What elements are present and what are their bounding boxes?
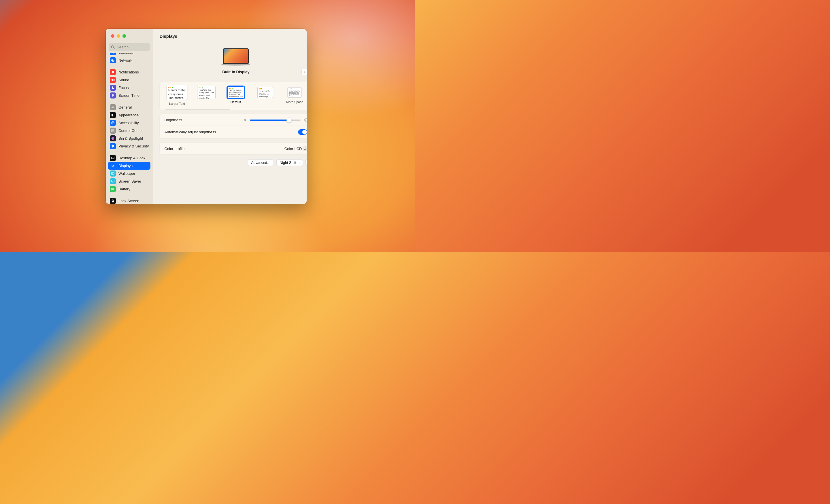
accessibility-icon — [110, 120, 116, 126]
svg-point-12 — [111, 137, 115, 140]
screentime-icon — [110, 93, 116, 99]
resolution-thumb: Here's to the crazy ones. The misfits. T… — [197, 86, 216, 99]
network-icon — [110, 57, 116, 63]
brightness-row: Brightness — [160, 114, 307, 126]
sidebar-item-displays[interactable]: Displays — [108, 162, 151, 170]
svg-point-25 — [113, 173, 113, 173]
privacy-icon — [110, 143, 116, 149]
svg-line-23 — [114, 165, 114, 165]
svg-line-20 — [112, 165, 112, 165]
auto-brightness-row: Automatically adjust brightness — [160, 126, 307, 138]
search-field[interactable] — [109, 43, 150, 51]
svg-point-0 — [111, 46, 114, 48]
maximize-button[interactable] — [123, 34, 126, 38]
sidebar-item-focus[interactable]: Focus — [108, 84, 151, 92]
help-button[interactable]: ? — [306, 159, 307, 166]
resolution-option-larger[interactable]: Here's to the crazy ones. The misfits. T… — [165, 87, 189, 105]
sidebar-item-label: Wallpaper — [119, 171, 135, 176]
auto-brightness-toggle[interactable] — [298, 129, 307, 135]
color-profile-panel: Color profile Color LCD — [159, 142, 307, 155]
svg-line-1 — [114, 48, 115, 49]
close-button[interactable] — [111, 34, 115, 38]
controlcenter-icon — [110, 128, 116, 134]
resolution-option-r4[interactable]: Here's to the crazy ones. The misfits. T… — [253, 87, 277, 100]
screensaver-icon — [110, 178, 116, 184]
sidebar-item-controlcenter[interactable]: Control Center — [108, 127, 151, 134]
sidebar-item-label: Notifications — [119, 70, 139, 74]
sidebar: BluetoothNetworkNotificationsSoundFocusS… — [106, 29, 153, 204]
search-icon — [111, 45, 115, 49]
svg-rect-30 — [112, 201, 114, 202]
night-shift-button[interactable]: Night Shift… — [276, 159, 303, 166]
focus-icon — [110, 85, 116, 91]
sidebar-item-screensaver[interactable]: Screen Saver — [108, 177, 151, 185]
resolution-thumb: Here's to the crazy ones. The misfits. T… — [288, 87, 302, 98]
sidebar-item-label: Siri & Spotlight — [119, 136, 143, 140]
sidebar-item-lockscreen[interactable]: Lock Screen — [108, 197, 151, 204]
updown-icon — [303, 146, 307, 151]
sidebar-item-label: General — [119, 105, 132, 109]
svg-point-11 — [113, 131, 114, 131]
svg-line-48 — [306, 121, 307, 121]
sidebar-item-label: Desktop & Dock — [119, 156, 145, 160]
svg-line-38 — [244, 119, 245, 119]
sidebar-item-screentime[interactable]: Screen Time — [108, 92, 151, 99]
display-thumbnail[interactable] — [221, 48, 250, 66]
svg-rect-9 — [113, 130, 114, 131]
sidebar-item-label: Battery — [119, 187, 130, 191]
svg-line-50 — [306, 119, 307, 119]
sidebar-item-desktop[interactable]: Desktop & Dock — [108, 154, 151, 162]
color-profile-select[interactable]: Color LCD — [284, 146, 307, 151]
sidebar-item-appearance[interactable]: Appearance — [108, 111, 151, 119]
brightness-low-icon — [243, 118, 247, 122]
svg-rect-13 — [111, 157, 115, 159]
sidebar-item-general[interactable]: General — [108, 103, 151, 111]
sidebar-item-wallpaper[interactable]: Wallpaper — [108, 170, 151, 177]
content: Displays Built-in Display — [153, 29, 307, 204]
advanced-button[interactable]: Advanced… — [248, 159, 274, 166]
sidebar-item-battery[interactable]: Battery — [108, 185, 151, 193]
sidebar-item-label: Displays — [119, 164, 133, 168]
svg-point-3 — [113, 107, 114, 108]
brightness-slider[interactable] — [250, 120, 300, 121]
notifications-icon — [110, 69, 116, 75]
general-icon — [110, 104, 116, 110]
resolution-option-more[interactable]: Here's to the crazy ones. The misfits. T… — [282, 87, 307, 104]
sidebar-item-label: Accessibility — [119, 121, 139, 125]
add-display-button[interactable] — [301, 69, 307, 75]
displays-icon — [110, 163, 116, 169]
resolution-option-default[interactable]: Here's to the crazy ones. The misfits. T… — [224, 87, 248, 104]
color-profile-row: Color profile Color LCD — [160, 143, 307, 155]
lockscreen-icon — [110, 198, 116, 204]
svg-line-21 — [114, 166, 114, 167]
settings-window: BluetoothNetworkNotificationsSoundFocusS… — [106, 29, 307, 204]
svg-line-39 — [246, 121, 247, 121]
svg-line-41 — [246, 119, 247, 119]
sound-icon — [110, 77, 116, 83]
search-input[interactable] — [109, 43, 150, 51]
sidebar-item-label: Lock Screen — [119, 199, 139, 203]
sidebar-item-label: Screen Saver — [119, 179, 141, 183]
svg-point-33 — [245, 119, 246, 121]
sidebar-item-label: Control Center — [119, 129, 143, 133]
resolution-option-r2[interactable]: Here's to the crazy ones. The misfits. T… — [194, 87, 219, 101]
svg-rect-26 — [111, 180, 115, 182]
brightness-panel: Brightness Automatically adjust brightne… — [159, 114, 307, 138]
svg-line-40 — [244, 121, 245, 121]
footer-buttons: Advanced… Night Shift… ? — [159, 159, 307, 166]
minimize-button[interactable] — [117, 34, 120, 38]
svg-point-15 — [112, 165, 114, 166]
sidebar-item-accessibility[interactable]: Accessibility — [108, 119, 151, 127]
svg-point-8 — [112, 130, 113, 131]
sidebar-item-notifications[interactable]: Notifications — [108, 68, 151, 76]
svg-point-6 — [113, 122, 113, 123]
sidebar-item-label: Focus — [119, 86, 129, 90]
wallpaper-icon — [110, 170, 116, 176]
svg-rect-7 — [111, 129, 114, 132]
sidebar-item-siri[interactable]: Siri & Spotlight — [108, 134, 151, 142]
sidebar-item-network[interactable]: Network — [108, 57, 151, 64]
sidebar-item-label: Sound — [119, 78, 129, 82]
resolution-thumb: Here's to the crazy ones. The misfits. T… — [258, 87, 273, 98]
sidebar-item-privacy[interactable]: Privacy & Security — [108, 142, 151, 150]
sidebar-item-sound[interactable]: Sound — [108, 76, 151, 84]
